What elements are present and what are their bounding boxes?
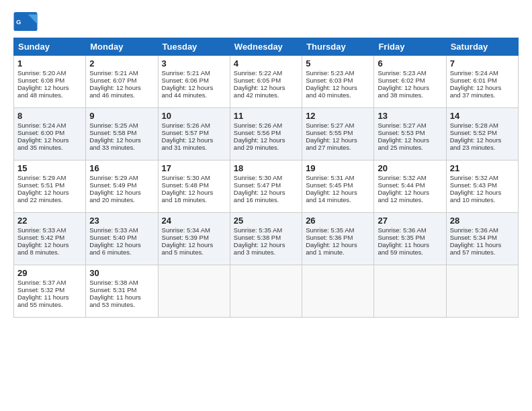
day-number: 19 [306, 163, 370, 173]
calendar-cell [158, 265, 230, 318]
calendar-cell: 4Sunrise: 5:22 AMSunset: 6:05 PMDaylight… [230, 56, 302, 108]
day-number: 28 [450, 216, 515, 226]
cell-text: Sunset: 6:02 PM [378, 77, 442, 84]
calendar-cell: 24Sunrise: 5:34 AMSunset: 5:39 PMDayligh… [158, 213, 230, 265]
day-number: 8 [17, 111, 82, 121]
cell-text: Sunrise: 5:20 AM [17, 69, 82, 77]
cell-text: Sunset: 5:57 PM [162, 129, 226, 136]
cell-text: Daylight: 12 hours [306, 136, 370, 144]
cell-text: Daylight: 12 hours [89, 189, 154, 196]
day-header-monday: Monday [86, 38, 158, 56]
day-number: 25 [234, 216, 298, 226]
cell-text: Daylight: 12 hours [234, 189, 298, 196]
calendar-cell: 20Sunrise: 5:32 AMSunset: 5:44 PMDayligh… [374, 161, 446, 213]
cell-text: Sunset: 5:48 PM [162, 181, 226, 189]
day-number: 13 [378, 111, 442, 121]
cell-text: and 38 minutes. [378, 91, 442, 99]
cell-text: Daylight: 12 hours [162, 189, 226, 196]
day-number: 18 [234, 163, 298, 173]
week-row-4: 22Sunrise: 5:33 AMSunset: 5:42 PMDayligh… [14, 213, 519, 265]
calendar-cell: 7Sunrise: 5:24 AMSunset: 6:01 PMDaylight… [446, 56, 518, 108]
calendar-cell: 14Sunrise: 5:28 AMSunset: 5:52 PMDayligh… [446, 108, 518, 161]
cell-text: Daylight: 12 hours [89, 241, 154, 248]
cell-text: and 37 minutes. [450, 91, 515, 99]
cell-text: Sunset: 6:05 PM [234, 77, 298, 84]
cell-text: Sunrise: 5:21 AM [162, 69, 226, 77]
cell-text: Daylight: 11 hours [89, 293, 154, 301]
cell-text: Daylight: 11 hours [450, 241, 515, 248]
cell-text: and 33 minutes. [89, 144, 154, 151]
header: G [13, 12, 519, 31]
cell-text: and 31 minutes. [162, 144, 226, 151]
cell-text: Daylight: 12 hours [234, 136, 298, 144]
calendar-cell: 26Sunrise: 5:35 AMSunset: 5:36 PMDayligh… [302, 213, 374, 265]
day-number: 20 [378, 163, 442, 173]
cell-text: Sunrise: 5:35 AM [234, 226, 298, 234]
cell-text: Sunrise: 5:33 AM [17, 226, 82, 234]
cell-text: Daylight: 12 hours [17, 241, 82, 248]
calendar-cell: 30Sunrise: 5:38 AMSunset: 5:31 PMDayligh… [86, 265, 158, 318]
logo: G [13, 12, 40, 31]
cell-text: Daylight: 12 hours [162, 84, 226, 91]
cell-text: Daylight: 12 hours [17, 84, 82, 91]
cell-text: and 20 minutes. [89, 196, 154, 203]
day-number: 17 [162, 163, 226, 173]
cell-text: Daylight: 12 hours [162, 136, 226, 144]
day-number: 4 [234, 58, 298, 68]
cell-text: Sunrise: 5:27 AM [378, 122, 442, 129]
cell-text: Sunset: 5:53 PM [378, 129, 442, 136]
calendar-table: SundayMondayTuesdayWednesdayThursdayFrid… [13, 38, 519, 318]
cell-text: Sunset: 5:52 PM [450, 129, 515, 136]
cell-text: Sunset: 5:58 PM [89, 129, 154, 136]
cell-text: Daylight: 12 hours [450, 84, 515, 91]
day-number: 11 [234, 111, 298, 121]
calendar-cell: 29Sunrise: 5:37 AMSunset: 5:32 PMDayligh… [14, 265, 86, 318]
week-row-1: 1Sunrise: 5:20 AMSunset: 6:08 PMDaylight… [14, 56, 519, 108]
cell-text: Sunset: 5:38 PM [234, 234, 298, 241]
logo-icon: G [13, 12, 38, 31]
cell-text: and 25 minutes. [378, 144, 442, 151]
day-number: 16 [89, 163, 154, 173]
cell-text: Daylight: 12 hours [17, 189, 82, 196]
cell-text: and 10 minutes. [450, 196, 515, 203]
calendar-cell: 16Sunrise: 5:29 AMSunset: 5:49 PMDayligh… [86, 161, 158, 213]
day-header-wednesday: Wednesday [230, 38, 302, 56]
calendar-cell: 11Sunrise: 5:26 AMSunset: 5:56 PMDayligh… [230, 108, 302, 161]
cell-text: Daylight: 12 hours [17, 136, 82, 144]
day-number: 5 [306, 58, 370, 68]
day-number: 30 [89, 268, 154, 278]
calendar-cell: 28Sunrise: 5:36 AMSunset: 5:34 PMDayligh… [446, 213, 518, 265]
day-number: 29 [17, 268, 82, 278]
cell-text: and 6 minutes. [89, 248, 154, 256]
cell-text: Sunrise: 5:21 AM [89, 69, 154, 77]
day-number: 14 [450, 111, 515, 121]
calendar-cell: 12Sunrise: 5:27 AMSunset: 5:55 PMDayligh… [302, 108, 374, 161]
day-number: 1 [17, 58, 82, 68]
cell-text: Daylight: 12 hours [234, 84, 298, 91]
cell-text: Sunrise: 5:36 AM [378, 226, 442, 234]
cell-text: and 23 minutes. [450, 144, 515, 151]
svg-text:G: G [16, 18, 21, 26]
cell-text: Daylight: 11 hours [378, 241, 442, 248]
day-number: 15 [17, 163, 82, 173]
cell-text: and 55 minutes. [17, 301, 82, 308]
cell-text: Sunrise: 5:30 AM [234, 174, 298, 181]
cell-text: Sunset: 5:43 PM [450, 181, 515, 189]
day-number: 9 [89, 111, 154, 121]
day-number: 10 [162, 111, 226, 121]
cell-text: Sunrise: 5:35 AM [306, 226, 370, 234]
cell-text: and 3 minutes. [234, 248, 298, 256]
cell-text: Sunset: 5:34 PM [450, 234, 515, 241]
cell-text: Sunset: 6:06 PM [162, 77, 226, 84]
calendar-cell: 15Sunrise: 5:29 AMSunset: 5:51 PMDayligh… [14, 161, 86, 213]
cell-text: and 5 minutes. [162, 248, 226, 256]
cell-text: Sunset: 6:00 PM [17, 129, 82, 136]
cell-text: and 12 minutes. [378, 196, 442, 203]
calendar-cell: 17Sunrise: 5:30 AMSunset: 5:48 PMDayligh… [158, 161, 230, 213]
cell-text: Daylight: 12 hours [378, 189, 442, 196]
cell-text: and 59 minutes. [378, 248, 442, 256]
day-number: 27 [378, 216, 442, 226]
calendar-cell: 23Sunrise: 5:33 AMSunset: 5:40 PMDayligh… [86, 213, 158, 265]
cell-text: Sunrise: 5:23 AM [378, 69, 442, 77]
cell-text: Sunset: 5:40 PM [89, 234, 154, 241]
